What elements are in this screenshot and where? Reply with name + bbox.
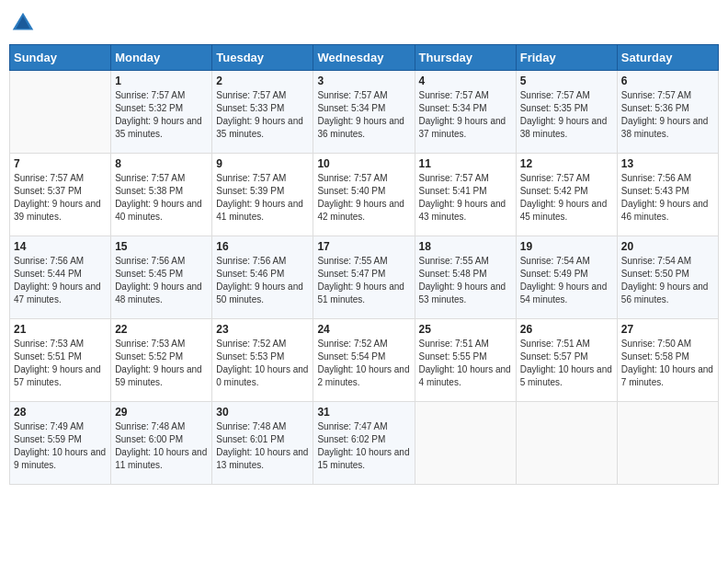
day-cell: 17 Sunrise: 7:55 AMSunset: 5:47 PMDaylig… [313,236,415,319]
header-wednesday: Wednesday [313,45,415,71]
cell-info: Sunrise: 7:51 AMSunset: 5:55 PMDaylight:… [419,338,512,389]
day-number: 5 [520,75,613,87]
day-number: 7 [14,157,107,170]
day-number: 8 [115,157,208,170]
cell-info: Sunrise: 7:57 AMSunset: 5:32 PMDaylight:… [115,89,208,141]
day-cell: 29 Sunrise: 7:48 AMSunset: 6:00 PMDaylig… [111,402,212,485]
day-cell: 10 Sunrise: 7:57 AMSunset: 5:40 PMDaylig… [313,154,415,236]
page-header [9,9,719,37]
day-cell: 14 Sunrise: 7:56 AMSunset: 5:44 PMDaylig… [10,236,111,319]
cell-info: Sunrise: 7:54 AMSunset: 5:50 PMDaylight:… [621,255,714,306]
day-cell: 30 Sunrise: 7:48 AMSunset: 6:01 PMDaylig… [212,402,313,485]
day-number: 1 [115,75,208,87]
day-number: 12 [520,157,613,170]
day-number: 25 [419,323,512,336]
day-cell: 7 Sunrise: 7:57 AMSunset: 5:37 PMDayligh… [10,154,111,236]
day-cell: 26 Sunrise: 7:51 AMSunset: 5:57 PMDaylig… [516,319,617,402]
day-number: 20 [621,240,714,253]
cell-info: Sunrise: 7:56 AMSunset: 5:43 PMDaylight:… [621,172,714,224]
cell-info: Sunrise: 7:49 AMSunset: 5:59 PMDaylight:… [14,420,107,472]
day-cell: 6 Sunrise: 7:57 AMSunset: 5:36 PMDayligh… [617,71,718,154]
week-row-5: 28 Sunrise: 7:49 AMSunset: 5:59 PMDaylig… [10,402,719,485]
day-cell: 20 Sunrise: 7:54 AMSunset: 5:50 PMDaylig… [617,236,718,319]
day-cell: 27 Sunrise: 7:50 AMSunset: 5:58 PMDaylig… [617,319,718,402]
week-row-4: 21 Sunrise: 7:53 AMSunset: 5:51 PMDaylig… [10,319,719,402]
day-number: 29 [115,406,208,419]
day-number: 6 [621,75,714,87]
day-number: 16 [216,240,309,253]
day-number: 4 [419,75,512,87]
calendar-table: SundayMondayTuesdayWednesdayThursdayFrid… [9,44,719,485]
cell-info: Sunrise: 7:47 AMSunset: 6:02 PMDaylight:… [317,420,410,472]
cell-info: Sunrise: 7:57 AMSunset: 5:37 PMDaylight:… [14,172,107,224]
cell-info: Sunrise: 7:52 AMSunset: 5:54 PMDaylight:… [317,338,410,389]
cell-info: Sunrise: 7:57 AMSunset: 5:35 PMDaylight:… [520,89,613,141]
cell-info: Sunrise: 7:52 AMSunset: 5:53 PMDaylight:… [216,338,309,389]
header-saturday: Saturday [617,45,718,71]
day-number: 31 [317,406,410,419]
logo [9,9,40,37]
day-cell [617,402,718,485]
cell-info: Sunrise: 7:56 AMSunset: 5:46 PMDaylight:… [216,255,309,306]
day-number: 27 [621,323,714,336]
day-cell [516,402,617,485]
cell-info: Sunrise: 7:50 AMSunset: 5:58 PMDaylight:… [621,338,714,389]
day-number: 23 [216,323,309,336]
day-cell: 22 Sunrise: 7:53 AMSunset: 5:52 PMDaylig… [111,319,212,402]
cell-info: Sunrise: 7:53 AMSunset: 5:52 PMDaylight:… [115,338,208,389]
day-cell: 15 Sunrise: 7:56 AMSunset: 5:45 PMDaylig… [111,236,212,319]
day-number: 15 [115,240,208,253]
day-number: 28 [14,406,107,419]
day-number: 3 [317,75,410,87]
week-row-1: 1 Sunrise: 7:57 AMSunset: 5:32 PMDayligh… [10,71,719,154]
cell-info: Sunrise: 7:57 AMSunset: 5:39 PMDaylight:… [216,172,309,224]
cell-info: Sunrise: 7:48 AMSunset: 6:00 PMDaylight:… [115,420,208,472]
cell-info: Sunrise: 7:48 AMSunset: 6:01 PMDaylight:… [216,420,309,472]
day-cell: 1 Sunrise: 7:57 AMSunset: 5:32 PMDayligh… [111,71,212,154]
day-cell: 2 Sunrise: 7:57 AMSunset: 5:33 PMDayligh… [212,71,313,154]
day-number: 18 [419,240,512,253]
day-cell: 23 Sunrise: 7:52 AMSunset: 5:53 PMDaylig… [212,319,313,402]
header-sunday: Sunday [10,45,111,71]
week-row-2: 7 Sunrise: 7:57 AMSunset: 5:37 PMDayligh… [10,154,719,236]
day-cell: 28 Sunrise: 7:49 AMSunset: 5:59 PMDaylig… [10,402,111,485]
day-cell: 8 Sunrise: 7:57 AMSunset: 5:38 PMDayligh… [111,154,212,236]
day-cell: 11 Sunrise: 7:57 AMSunset: 5:41 PMDaylig… [415,154,516,236]
day-number: 10 [317,157,410,170]
day-cell [415,402,516,485]
day-cell [10,71,111,154]
day-number: 22 [115,323,208,336]
calendar-header-row: SundayMondayTuesdayWednesdayThursdayFrid… [10,45,719,71]
day-cell: 18 Sunrise: 7:55 AMSunset: 5:48 PMDaylig… [415,236,516,319]
day-cell: 24 Sunrise: 7:52 AMSunset: 5:54 PMDaylig… [313,319,415,402]
day-number: 13 [621,157,714,170]
cell-info: Sunrise: 7:57 AMSunset: 5:34 PMDaylight:… [419,89,512,141]
day-cell: 16 Sunrise: 7:56 AMSunset: 5:46 PMDaylig… [212,236,313,319]
day-cell: 13 Sunrise: 7:56 AMSunset: 5:43 PMDaylig… [617,154,718,236]
cell-info: Sunrise: 7:57 AMSunset: 5:38 PMDaylight:… [115,172,208,224]
day-cell: 21 Sunrise: 7:53 AMSunset: 5:51 PMDaylig… [10,319,111,402]
cell-info: Sunrise: 7:56 AMSunset: 5:45 PMDaylight:… [115,255,208,306]
header-thursday: Thursday [415,45,516,71]
day-number: 30 [216,406,309,419]
day-number: 17 [317,240,410,253]
cell-info: Sunrise: 7:57 AMSunset: 5:33 PMDaylight:… [216,89,309,141]
day-number: 2 [216,75,309,87]
cell-info: Sunrise: 7:55 AMSunset: 5:47 PMDaylight:… [317,255,410,306]
day-cell: 31 Sunrise: 7:47 AMSunset: 6:02 PMDaylig… [313,402,415,485]
day-number: 9 [216,157,309,170]
header-tuesday: Tuesday [212,45,313,71]
cell-info: Sunrise: 7:57 AMSunset: 5:36 PMDaylight:… [621,89,714,141]
cell-info: Sunrise: 7:57 AMSunset: 5:42 PMDaylight:… [520,172,613,224]
cell-info: Sunrise: 7:51 AMSunset: 5:57 PMDaylight:… [520,338,613,389]
cell-info: Sunrise: 7:57 AMSunset: 5:41 PMDaylight:… [419,172,512,224]
day-number: 21 [14,323,107,336]
day-number: 24 [317,323,410,336]
week-row-3: 14 Sunrise: 7:56 AMSunset: 5:44 PMDaylig… [10,236,719,319]
cell-info: Sunrise: 7:57 AMSunset: 5:34 PMDaylight:… [317,89,410,141]
day-cell: 4 Sunrise: 7:57 AMSunset: 5:34 PMDayligh… [415,71,516,154]
cell-info: Sunrise: 7:53 AMSunset: 5:51 PMDaylight:… [14,338,107,389]
day-number: 26 [520,323,613,336]
header-friday: Friday [516,45,617,71]
header-monday: Monday [111,45,212,71]
